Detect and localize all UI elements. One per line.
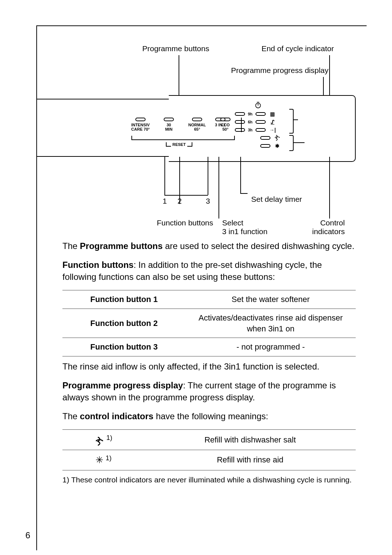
- prog-label: NORMAL: [188, 123, 206, 127]
- paragraph-progress-display: Programme progress display: The current …: [62, 380, 356, 403]
- text: are used to select the desired dishwashi…: [163, 241, 354, 251]
- fn-name: Function button 1: [62, 290, 185, 309]
- salt-icon: [273, 134, 281, 142]
- prog-label: 3 IN 1: [215, 123, 225, 127]
- table-row: Function button 2 Activates/deactivates …: [62, 309, 356, 338]
- page-number: 6: [25, 530, 30, 540]
- table-row: Function button 3 - not programmed -: [62, 338, 356, 356]
- fn-number: 1: [163, 197, 167, 205]
- bold-text: Programme progress display: [62, 380, 183, 390]
- prog-btn-30min: 30 MIN: [158, 118, 180, 131]
- text: The: [62, 241, 80, 251]
- footnote-ref: 1): [106, 434, 112, 441]
- label-progress-display: Programme progress display: [231, 66, 328, 75]
- fn-number: 2: [177, 197, 182, 205]
- prog-label: 30: [167, 123, 171, 127]
- prog-btn-intensiv: INTENSIV CARE 70°: [130, 118, 151, 131]
- salt-icon: [95, 436, 106, 445]
- label-programme-buttons: Programme buttons: [142, 44, 209, 53]
- button-pill-icon: [135, 118, 146, 121]
- paragraph-control-indicators: The control indicators have the followin…: [62, 411, 356, 422]
- indicator-icon-cell: ✳ 1): [62, 450, 144, 470]
- fn-name: Function button 3: [62, 338, 185, 356]
- footnote: 1) These control indicators are never il…: [62, 475, 356, 485]
- indicator-desc: Refill with rinse aid: [144, 450, 356, 470]
- fn-name: Function button 2: [62, 309, 185, 338]
- reset-label: RESET: [172, 142, 186, 147]
- prog-sublabel: 50°: [222, 127, 229, 131]
- snow-icon: ✱: [273, 143, 281, 149]
- fn-desc: Activates/deactivates rinse aid dispense…: [185, 309, 356, 338]
- function-button-table: Function button 1 Set the water softener…: [62, 290, 356, 356]
- indicator-icon-cell: 1): [62, 430, 144, 450]
- button-pill-icon: [164, 118, 174, 121]
- paragraph-rinse-aid: The rinse aid inflow is only affected, i…: [62, 361, 356, 372]
- arrow-icon: →|: [269, 127, 277, 133]
- paragraph-programme-buttons: The Programme buttons are used to select…: [62, 240, 356, 252]
- fn-desc: - not programmed -: [185, 338, 356, 356]
- label-end-of-cycle: End of cycle indicator: [261, 44, 334, 53]
- bold-text: control indicators: [80, 411, 154, 421]
- footnote-ref: 1): [106, 454, 111, 462]
- label-function-buttons: Function buttons: [157, 219, 213, 227]
- delay-label: 6h: [248, 120, 253, 124]
- fn-desc: Set the water softener: [185, 290, 356, 309]
- bars-icon: ▥: [269, 111, 277, 117]
- delay-label: 3h: [248, 128, 253, 132]
- control-panel-diagram: Programme buttons End of cycle indicator…: [62, 44, 356, 240]
- button-pill-icon: [192, 118, 202, 121]
- bold-text: Programme buttons: [80, 241, 163, 251]
- text: have the following meanings:: [154, 411, 268, 421]
- clock-icon: [254, 105, 262, 109]
- paragraph-function-buttons: Function buttons: In addition to the pre…: [62, 259, 356, 283]
- text: The: [62, 411, 80, 421]
- indicator-desc: Refill with dishwasher salt: [144, 430, 356, 450]
- prog-label: INTENSIV: [131, 123, 150, 127]
- prog-sublabel: 65°: [194, 127, 200, 131]
- delay-label: 9h: [248, 112, 253, 116]
- prog-btn-3in1: 3 IN 1: [209, 118, 231, 127]
- table-row: Function button 1 Set the water softener: [62, 290, 356, 309]
- label-set-delay: Set delay timer: [251, 195, 302, 204]
- prog-btn-normal: NORMAL 65°: [186, 118, 208, 131]
- prog-sublabel: MIN: [165, 127, 172, 131]
- prog-sublabel: CARE 70°: [131, 127, 150, 131]
- label-control-indicators: Control indicators: [312, 219, 345, 236]
- label-select-3in1: Select 3 in1 function: [222, 219, 268, 236]
- bold-text: Function buttons: [62, 260, 134, 270]
- table-row: ✳ 1) Refill with rinse aid: [62, 450, 356, 470]
- indicator-table: 1) Refill with dishwasher salt ✳ 1) Refi…: [62, 429, 356, 470]
- indicator-column: 9h▥ 6hᔑ 3h→| ✱: [235, 101, 281, 150]
- snow-icon: ✳: [95, 454, 103, 465]
- fn-number: 3: [206, 197, 210, 205]
- steam-icon: ᔑ: [269, 119, 277, 125]
- button-pill-icon: [215, 118, 225, 121]
- table-row: 1) Refill with dishwasher salt: [62, 430, 356, 450]
